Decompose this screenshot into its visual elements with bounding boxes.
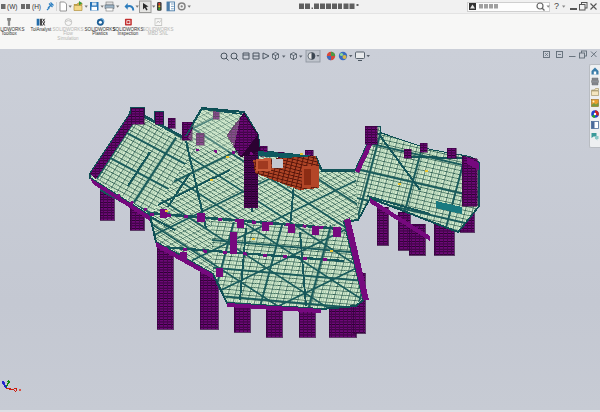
svg-text:(H): (H) [32,3,41,11]
svg-text:(W): (W) [7,3,17,11]
